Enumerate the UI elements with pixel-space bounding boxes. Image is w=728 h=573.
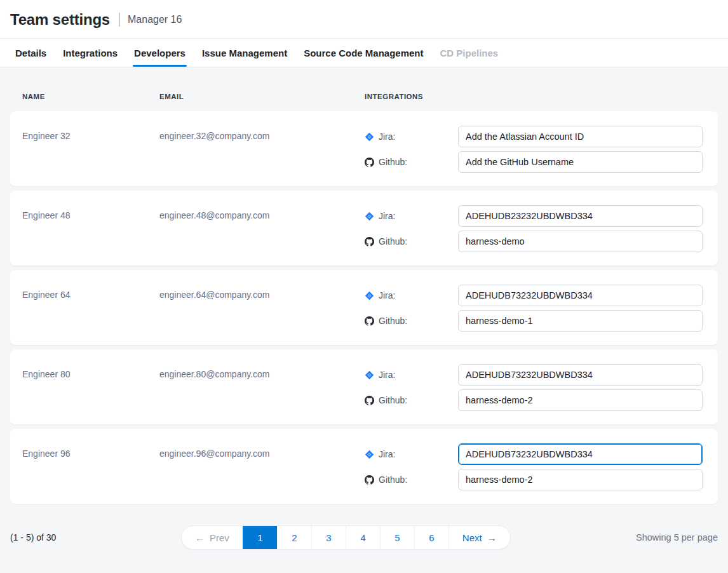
- jira-label-text: Jira:: [379, 211, 395, 221]
- github-octocat-icon: [365, 158, 374, 167]
- github-label-text: Github:: [379, 316, 407, 326]
- integrations-cell: Jira: Github:: [365, 443, 703, 490]
- jira-integration-row: Jira:: [365, 443, 703, 465]
- table-header-row: Name Email Integrations: [10, 67, 718, 111]
- developer-name: Engineer 48: [22, 205, 159, 252]
- jira-label: Jira:: [365, 449, 458, 459]
- jira-label-text: Jira:: [379, 370, 395, 380]
- next-button[interactable]: Next →: [448, 526, 510, 549]
- jira-diamond-icon: [365, 370, 374, 380]
- developer-email: engineer.96@company.com: [159, 443, 365, 490]
- jira-account-id-input[interactable]: [458, 205, 703, 227]
- github-label-text: Github:: [379, 475, 407, 485]
- arrow-left-icon: ←: [195, 533, 205, 543]
- integrations-cell: Jira: Github:: [365, 364, 703, 411]
- tab-cd-pipelines: CD Pipelines: [440, 39, 499, 67]
- github-username-input[interactable]: [458, 231, 703, 252]
- table-rows: Engineer 32 engineer.32@company.com Jira…: [10, 111, 718, 504]
- page-title: Team settings: [10, 11, 110, 29]
- github-integration-row: Github:: [365, 310, 703, 332]
- jira-label: Jira:: [365, 370, 458, 380]
- integrations-cell: Jira: Github:: [365, 205, 703, 252]
- github-username-input[interactable]: [458, 389, 703, 411]
- per-page-text: Showing 5 per page: [636, 532, 718, 543]
- jira-label: Jira:: [365, 131, 458, 142]
- prev-label: Prev: [210, 532, 229, 543]
- jira-account-id-input[interactable]: [458, 364, 703, 386]
- page-button-6[interactable]: 6: [414, 526, 448, 549]
- github-label-text: Github:: [379, 157, 407, 167]
- tab-bar: Details Integrations Developers Issue Ma…: [0, 39, 728, 67]
- developer-email: engineer.32@company.com: [159, 126, 365, 173]
- jira-diamond-icon: [365, 212, 374, 221]
- developer-name: Engineer 32: [22, 126, 159, 173]
- developer-email: engineer.48@company.com: [159, 205, 365, 252]
- jira-diamond-icon: [365, 291, 374, 300]
- tab-source-code-management[interactable]: Source Code Management: [304, 39, 423, 67]
- developer-email: engineer.64@company.com: [159, 285, 365, 332]
- tab-issue-management[interactable]: Issue Management: [202, 39, 287, 67]
- column-header-name: Name: [22, 93, 159, 100]
- developer-name: Engineer 80: [22, 364, 159, 411]
- pagination-bar: (1 - 5) of 30 ← Prev 123456 Next → Showi…: [0, 508, 728, 549]
- column-header-email: Email: [159, 93, 365, 100]
- github-username-input[interactable]: [458, 469, 703, 490]
- developer-name: Engineer 64: [22, 285, 159, 332]
- github-label: Github:: [365, 157, 458, 167]
- jira-integration-row: Jira:: [365, 205, 703, 227]
- pager: ← Prev 123456 Next →: [181, 525, 511, 549]
- developer-email: engineer.80@company.com: [159, 364, 365, 411]
- page-button-4[interactable]: 4: [346, 526, 380, 549]
- tab-details[interactable]: Details: [15, 39, 46, 67]
- integrations-cell: Jira: Github:: [365, 285, 703, 332]
- developer-row: Engineer 32 engineer.32@company.com Jira…: [10, 111, 718, 186]
- github-label: Github:: [365, 475, 458, 485]
- github-octocat-icon: [365, 396, 374, 405]
- arrow-right-icon: →: [487, 533, 497, 543]
- jira-account-id-input[interactable]: [458, 285, 703, 306]
- jira-label: Jira:: [365, 211, 458, 221]
- github-label: Github:: [365, 236, 458, 246]
- jira-diamond-icon: [365, 450, 374, 459]
- page-button-1[interactable]: 1: [243, 526, 277, 549]
- tab-integrations[interactable]: Integrations: [63, 39, 118, 67]
- github-octocat-icon: [365, 316, 374, 326]
- github-integration-row: Github:: [365, 469, 703, 490]
- page-button-3[interactable]: 3: [311, 526, 346, 549]
- github-label-text: Github:: [379, 236, 407, 246]
- jira-account-id-input[interactable]: [458, 126, 703, 147]
- github-username-input[interactable]: [458, 151, 703, 173]
- tab-developers[interactable]: Developers: [134, 39, 185, 67]
- jira-integration-row: Jira:: [365, 364, 703, 386]
- page-button-5[interactable]: 5: [380, 526, 414, 549]
- column-header-integrations: Integrations: [365, 93, 703, 100]
- jira-account-id-input[interactable]: [458, 443, 703, 465]
- jira-label: Jira:: [365, 290, 458, 300]
- page-header: Team settings Manager 16: [0, 0, 728, 39]
- jira-diamond-icon: [365, 132, 374, 142]
- page-button-2[interactable]: 2: [277, 526, 311, 549]
- developer-row: Engineer 64 engineer.64@company.com Jira…: [10, 270, 718, 345]
- jira-integration-row: Jira:: [365, 285, 703, 306]
- developer-row: Engineer 96 engineer.96@company.com Jira…: [10, 429, 718, 504]
- jira-label-text: Jira:: [379, 131, 395, 142]
- github-integration-row: Github:: [365, 151, 703, 173]
- developer-row: Engineer 80 engineer.80@company.com Jira…: [10, 349, 718, 424]
- jira-label-text: Jira:: [379, 449, 395, 459]
- pagination-range: (1 - 5) of 30: [10, 532, 169, 543]
- page-subtitle: Manager 16: [128, 14, 182, 25]
- developer-row: Engineer 48 engineer.48@company.com Jira…: [10, 191, 718, 266]
- prev-button[interactable]: ← Prev: [182, 526, 243, 549]
- integrations-cell: Jira: Github:: [365, 126, 703, 173]
- github-label: Github:: [365, 316, 458, 326]
- title-divider: [119, 13, 120, 27]
- github-username-input[interactable]: [458, 310, 703, 332]
- github-octocat-icon: [365, 237, 374, 246]
- next-label: Next: [462, 532, 482, 543]
- developer-name: Engineer 96: [22, 443, 159, 490]
- jira-integration-row: Jira:: [365, 126, 703, 147]
- github-label-text: Github:: [379, 395, 407, 405]
- github-octocat-icon: [365, 475, 374, 485]
- pager-pages: 123456: [243, 526, 448, 549]
- developers-table: Name Email Integrations Engineer 32 engi…: [0, 67, 728, 504]
